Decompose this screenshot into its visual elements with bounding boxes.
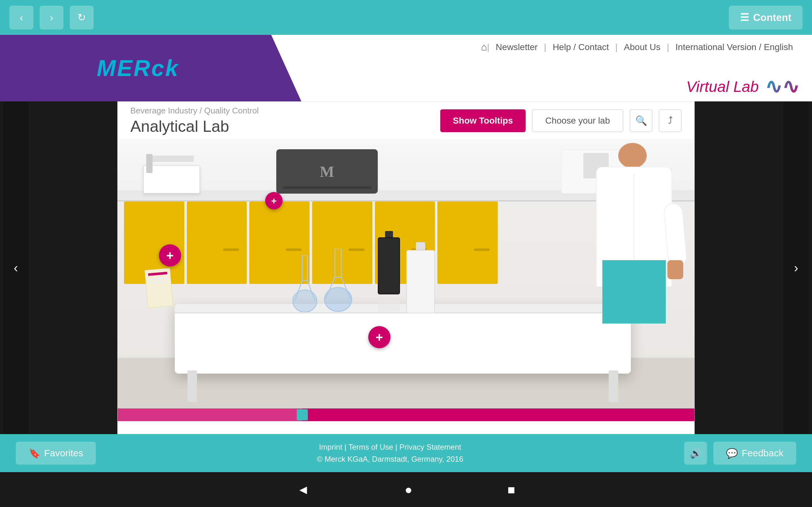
table-leg-right xyxy=(609,371,618,402)
search-button[interactable]: 🔍 xyxy=(629,109,653,132)
site-header: MERck ⌂ | Newsletter | Help / Contact | … xyxy=(0,35,812,101)
footer-center: Imprint | Terms of Use | Privacy Stateme… xyxy=(317,441,463,465)
footer-right: 🔊 💬 Feedback xyxy=(684,442,796,464)
copyright-text: © Merck KGaA, Darmstadt, Germany, 2016 xyxy=(317,453,463,465)
home-icon[interactable]: ⌂ xyxy=(481,41,487,53)
search-icon: 🔍 xyxy=(635,115,647,126)
android-back-button[interactable]: ◄ xyxy=(297,483,310,497)
browser-toolbar: ‹ › ↻ ☰ Content xyxy=(0,0,812,35)
prev-lab-button[interactable]: ‹ xyxy=(3,101,29,434)
choose-lab-button[interactable]: Choose your lab xyxy=(532,109,623,132)
header-right: ⌂ | Newsletter | Help / Contact | About … xyxy=(301,35,812,101)
timeline-thumb[interactable] xyxy=(297,409,308,420)
printer: M xyxy=(276,149,378,193)
android-navbar: ◄ ● ■ xyxy=(0,472,812,507)
tooltip-button-3[interactable]: + xyxy=(265,192,283,210)
content-icon: ☰ xyxy=(740,11,749,23)
back-button[interactable]: ‹ xyxy=(9,6,33,30)
breadcrumb: Beverage Industry / Quality Control xyxy=(131,106,259,116)
lab-scene: M xyxy=(118,140,694,421)
tooltip-button-1[interactable]: + xyxy=(159,244,181,267)
sound-icon: 🔊 xyxy=(690,448,702,459)
virtual-lab-text: Virtual Lab xyxy=(686,78,759,95)
svg-rect-4 xyxy=(335,249,341,277)
dark-bottle xyxy=(378,231,400,312)
tooltip-button-2[interactable]: + xyxy=(368,326,391,348)
favorites-icon: 🔖 xyxy=(29,448,40,459)
cabinet-6 xyxy=(438,202,498,284)
merck-logo: MERck xyxy=(97,55,179,81)
lab-wrapper: ‹ Beverage Industry / Quality Control An… xyxy=(0,101,812,434)
person-pants xyxy=(602,260,666,324)
lab-viewer: Beverage Industry / Quality Control Anal… xyxy=(117,101,695,434)
share-icon: ⤴ xyxy=(668,115,673,126)
reload-button[interactable]: ↻ xyxy=(70,6,94,30)
svg-point-1 xyxy=(293,290,317,312)
help-contact-link[interactable]: Help / Contact xyxy=(546,42,615,52)
table-leg-left xyxy=(188,371,197,402)
white-bottle xyxy=(406,242,435,314)
logo-area: MERck xyxy=(0,35,301,101)
website-container: MERck ⌂ | Newsletter | Help / Contact | … xyxy=(0,35,812,472)
android-home-button[interactable]: ● xyxy=(405,483,412,497)
person-head xyxy=(618,143,647,168)
virtual-lab-brand: Virtual Lab ∿∿ xyxy=(686,75,799,98)
flask-2 xyxy=(324,249,352,314)
next-lab-button[interactable]: › xyxy=(783,101,809,434)
lab-toolbar: Beverage Industry / Quality Control Anal… xyxy=(118,102,694,140)
show-tooltips-button[interactable]: Show Tooltips xyxy=(440,109,525,132)
favorites-button[interactable]: 🔖 Favorites xyxy=(16,442,96,464)
cabinet-2 xyxy=(187,202,247,284)
sound-button[interactable]: 🔊 xyxy=(684,442,707,464)
terms-link[interactable]: Terms of Use xyxy=(348,443,393,451)
scale xyxy=(143,153,200,193)
timeline-progress xyxy=(118,408,302,421)
site-footer: 🔖 Favorites Imprint | Terms of Use | Pri… xyxy=(0,434,812,472)
lab-table xyxy=(175,304,631,374)
share-button[interactable]: ⤴ xyxy=(659,109,681,132)
toolbar-actions: Show Tooltips Choose your lab 🔍 ⤴ xyxy=(440,109,681,132)
lab-title: Analytical Lab xyxy=(131,117,259,135)
svg-rect-0 xyxy=(302,255,307,280)
footer-left: 🔖 Favorites xyxy=(16,442,96,464)
android-recent-button[interactable]: ■ xyxy=(507,483,515,497)
person-hand xyxy=(667,260,683,279)
label-card xyxy=(145,268,173,308)
forward-button[interactable]: › xyxy=(40,6,63,30)
international-version-link[interactable]: International Version / English xyxy=(669,42,799,52)
vl-logo-icon: ∿∿ xyxy=(765,75,799,98)
newsletter-link[interactable]: Newsletter xyxy=(490,42,544,52)
timeline-bar[interactable] xyxy=(118,408,694,421)
nav-links: ⌂ | Newsletter | Help / Contact | About … xyxy=(481,41,799,53)
lab-person xyxy=(583,140,685,324)
feedback-icon: 💬 xyxy=(726,448,738,459)
imprint-link[interactable]: Imprint xyxy=(319,443,342,451)
flask-1 xyxy=(292,255,317,314)
privacy-link[interactable]: Privacy Statement xyxy=(399,443,461,451)
content-button[interactable]: ☰ Content xyxy=(729,6,803,30)
about-us-link[interactable]: About Us xyxy=(618,42,667,52)
feedback-button[interactable]: 💬 Feedback xyxy=(713,442,796,464)
lab-info: Beverage Industry / Quality Control Anal… xyxy=(131,106,259,135)
